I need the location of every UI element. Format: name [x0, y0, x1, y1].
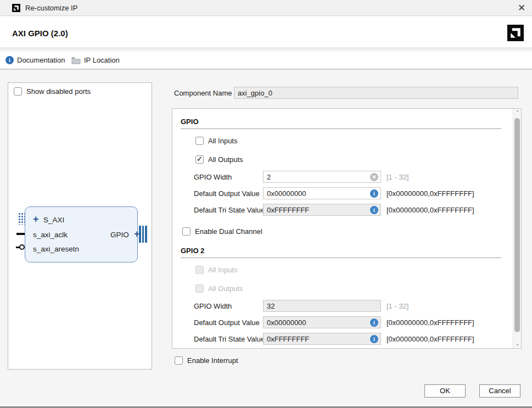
recustomize-ip-dialog: Re-customize IP ✕ AXI GPIO (2.0) i Docum…: [0, 0, 532, 408]
gpio-section-title: GPIO: [181, 118, 199, 126]
gpio2-dts-label: Default Tri State Value: [194, 335, 265, 343]
gpio-all-inputs-row: All Inputs: [195, 137, 237, 145]
ip-header: AXI GPIO (2.0): [0, 16, 532, 49]
xilinx-logo-icon: [12, 4, 20, 12]
info-icon[interactable]: i: [370, 318, 378, 327]
component-name-field[interactable]: [234, 87, 518, 99]
block-preview-panel: Show disabled ports + S_AXI s_axi_aclk s…: [8, 82, 152, 370]
show-disabled-ports-row: Show disabled ports: [14, 87, 91, 96]
ip-location-button[interactable]: IP Location: [69, 52, 122, 69]
reset-pin-icon: [19, 244, 25, 250]
info-icon[interactable]: i: [370, 189, 378, 198]
scrollbar-thumb[interactable]: [514, 118, 520, 332]
close-icon[interactable]: ✕: [516, 2, 528, 14]
titlebar: Re-customize IP ✕: [0, 0, 532, 16]
port-s-axi-aclk: s_axi_aclk: [33, 231, 68, 239]
toolbar: i Documentation IP Location: [0, 52, 532, 70]
s-axi-plus-icon[interactable]: +: [33, 215, 39, 223]
enable-dual-channel-label: Enable Dual Channel: [195, 227, 262, 236]
documentation-button[interactable]: i Documentation: [3, 52, 67, 69]
ip-location-label: IP Location: [84, 56, 120, 64]
window-title: Re-customize IP: [25, 0, 77, 16]
port-gpio: GPIO: [110, 231, 129, 239]
gpio-dov-label: Default Output Value: [194, 189, 260, 198]
enable-interrupt-label: Enable Interrupt: [187, 356, 238, 365]
clock-pin-icon: [16, 233, 25, 235]
gpio2-width-label: GPIO Width: [194, 302, 232, 310]
gpio-all-outputs-row: All Outputs: [195, 155, 243, 164]
enable-dual-channel-checkbox[interactable]: [182, 227, 191, 236]
scrollbar[interactable]: ⌃ ⌄: [513, 109, 521, 348]
gpio-all-inputs-checkbox[interactable]: [195, 137, 204, 145]
gpio2-all-outputs-row: All Outputs: [195, 284, 243, 293]
show-disabled-ports-label: Show disabled ports: [26, 87, 91, 96]
gpio-width-label: GPIO Width: [194, 173, 232, 181]
folder-icon: [71, 57, 81, 64]
enable-interrupt-checkbox[interactable]: [175, 356, 183, 365]
port-s-axi-aresetn: s_axi_aresetn: [33, 245, 79, 253]
info-icon: i: [5, 56, 14, 64]
config-panel: GPIO All Inputs All Outputs GPIO Width ✕…: [172, 108, 522, 349]
xilinx-logo-large: [507, 25, 524, 41]
gpio-dts-label: Default Tri State Value: [194, 206, 265, 214]
info-icon[interactable]: i: [370, 335, 378, 343]
gpio-width-input[interactable]: [263, 171, 381, 183]
scroll-down-icon[interactable]: ⌄: [513, 340, 522, 348]
documentation-label: Documentation: [17, 56, 65, 64]
gpio-all-outputs-label: All Outputs: [208, 155, 243, 164]
enable-interrupt-row: Enable Interrupt: [175, 356, 238, 365]
gpio2-all-outputs-checkbox: [195, 284, 204, 293]
gpio2-all-outputs-label: All Outputs: [208, 284, 243, 293]
scroll-up-icon[interactable]: ⌃: [513, 109, 522, 117]
gpio2-all-inputs-row: All Inputs: [195, 266, 237, 274]
gpio2-width-hint: [1 - 32]: [387, 302, 408, 310]
port-s-axi: S_AXI: [43, 216, 64, 224]
gpio2-section-rule: [181, 258, 501, 258]
component-name-label: Component Name: [174, 89, 232, 97]
s-axi-interface-stub-icon: [18, 212, 25, 225]
gpio-default-output-input[interactable]: [263, 187, 381, 199]
gpio2-dts-hint: [0x00000000,0xFFFFFFFF]: [387, 335, 474, 343]
clear-icon[interactable]: ✕: [370, 173, 378, 181]
cancel-button[interactable]: Cancel: [479, 384, 520, 398]
show-disabled-ports-checkbox[interactable]: [14, 87, 22, 96]
gpio-dts-hint: [0x00000000,0xFFFFFFFF]: [387, 206, 474, 214]
gpio2-all-inputs-checkbox: [195, 266, 204, 274]
gpio-interface-stub-icon: [139, 226, 147, 243]
enable-dual-channel-row: Enable Dual Channel: [182, 227, 262, 236]
gpio2-dov-label: Default Output Value: [194, 318, 260, 327]
ip-block-symbol[interactable]: + S_AXI s_axi_aclk s_axi_aresetn GPIO +: [25, 206, 138, 262]
gpio2-default-output-input: [263, 316, 381, 328]
ok-button[interactable]: OK: [424, 384, 466, 398]
gpio2-section-title: GPIO 2: [181, 247, 204, 255]
gpio2-width-input: [263, 300, 381, 312]
info-icon[interactable]: i: [370, 206, 378, 214]
gpio-width-hint: [1 - 32]: [387, 173, 408, 181]
gpio-all-inputs-label: All Inputs: [208, 137, 237, 145]
gpio2-default-tristate-input: [263, 333, 381, 345]
gpio-dov-hint: [0x00000000,0xFFFFFFFF]: [387, 189, 474, 198]
gpio2-all-inputs-label: All Inputs: [208, 266, 237, 274]
page-title: AXI GPIO (2.0): [12, 29, 68, 38]
gpio-section-rule: [181, 128, 501, 129]
gpio-all-outputs-checkbox[interactable]: [195, 155, 204, 164]
gpio-default-tristate-input[interactable]: [263, 204, 381, 216]
gpio2-dov-hint: [0x00000000,0xFFFFFFFF]: [387, 318, 474, 327]
